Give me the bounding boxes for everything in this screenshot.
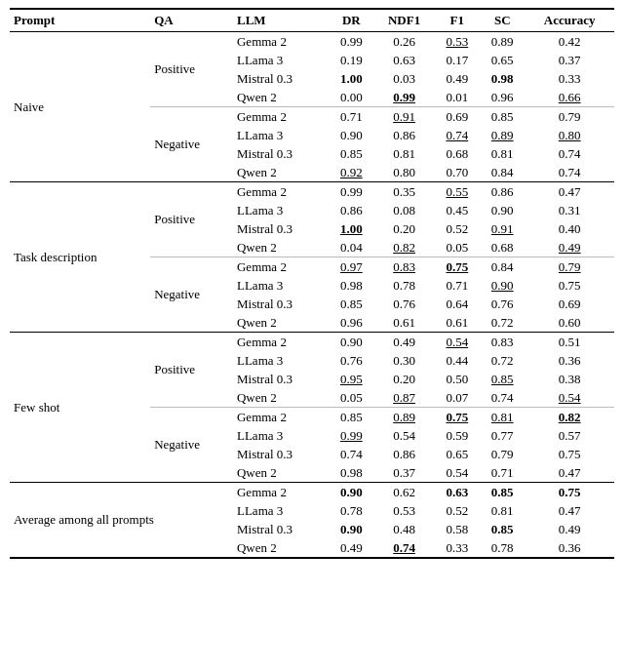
data-cell: 0.54 — [435, 463, 480, 483]
data-cell: 0.71 — [435, 276, 480, 295]
data-cell: 0.54 — [373, 426, 434, 445]
data-cell: 0.78 — [373, 276, 434, 295]
llm-cell: Qwen 2 — [233, 538, 329, 558]
data-cell: 0.81 — [480, 501, 525, 520]
qa-cell: Negative — [150, 107, 233, 182]
data-cell: 0.87 — [373, 388, 434, 408]
llm-cell: LLama 3 — [233, 351, 329, 370]
data-cell: 0.90 — [480, 201, 525, 219]
data-cell: 0.98 — [480, 69, 525, 88]
data-cell: 0.04 — [329, 238, 373, 257]
data-cell: 0.51 — [525, 333, 614, 352]
data-cell: 0.71 — [329, 107, 373, 127]
data-cell: 0.38 — [525, 370, 614, 388]
qa-cell: Positive — [150, 32, 233, 107]
data-cell: 0.89 — [480, 32, 525, 52]
data-cell: 0.96 — [329, 313, 373, 333]
data-cell: 0.74 — [480, 388, 525, 408]
data-cell: 0.86 — [480, 182, 525, 202]
data-cell: 0.59 — [435, 426, 480, 445]
col-dr: DR — [329, 9, 373, 32]
data-cell: 0.74 — [373, 538, 434, 558]
data-cell: 0.20 — [373, 370, 434, 388]
data-cell: 0.69 — [435, 107, 480, 127]
data-cell: 0.49 — [373, 333, 434, 352]
data-cell: 0.90 — [480, 276, 525, 295]
data-cell: 0.68 — [435, 144, 480, 163]
data-cell: 0.79 — [525, 257, 614, 277]
data-cell: 0.91 — [480, 219, 525, 238]
data-cell: 0.89 — [373, 408, 434, 427]
data-cell: 0.91 — [373, 107, 434, 127]
col-f1: F1 — [435, 9, 480, 32]
data-cell: 0.47 — [525, 463, 614, 483]
data-cell: 0.45 — [435, 201, 480, 219]
data-cell: 0.92 — [329, 163, 373, 182]
data-cell: 0.61 — [435, 313, 480, 333]
data-cell: 0.78 — [329, 501, 373, 520]
data-cell: 0.36 — [525, 538, 614, 558]
data-cell: 0.75 — [525, 483, 614, 502]
llm-cell: LLama 3 — [233, 201, 329, 219]
data-cell: 0.54 — [525, 388, 614, 408]
data-cell: 0.99 — [373, 88, 434, 107]
col-accuracy: Accuracy — [525, 9, 614, 32]
llm-cell: Gemma 2 — [233, 333, 329, 352]
llm-cell: Qwen 2 — [233, 313, 329, 333]
table-row: Average among all promptsGemma 20.900.62… — [10, 483, 614, 502]
data-cell: 0.78 — [480, 538, 525, 558]
llm-cell: Gemma 2 — [233, 32, 329, 52]
data-cell: 0.54 — [435, 333, 480, 352]
llm-cell: Gemma 2 — [233, 257, 329, 277]
data-cell: 0.86 — [373, 126, 434, 144]
data-cell: 0.75 — [435, 408, 480, 427]
data-cell: 0.77 — [480, 426, 525, 445]
data-cell: 0.33 — [435, 538, 480, 558]
data-cell: 0.62 — [373, 483, 434, 502]
qa-cell: Positive — [150, 182, 233, 257]
data-cell: 0.86 — [329, 201, 373, 219]
data-cell: 0.49 — [329, 538, 373, 558]
data-cell: 0.96 — [480, 88, 525, 107]
data-cell: 0.65 — [435, 445, 480, 463]
data-cell: 0.83 — [480, 333, 525, 352]
average-cell: Average among all prompts — [10, 483, 233, 559]
data-cell: 0.44 — [435, 351, 480, 370]
data-cell: 0.50 — [435, 370, 480, 388]
data-cell: 0.99 — [329, 182, 373, 202]
data-cell: 0.53 — [373, 501, 434, 520]
llm-cell: Mistral 0.3 — [233, 219, 329, 238]
data-cell: 0.97 — [329, 257, 373, 277]
llm-cell: Mistral 0.3 — [233, 445, 329, 463]
data-cell: 0.55 — [435, 182, 480, 202]
llm-cell: Qwen 2 — [233, 88, 329, 107]
llm-cell: Qwen 2 — [233, 238, 329, 257]
data-cell: 0.76 — [480, 295, 525, 313]
data-cell: 0.65 — [480, 51, 525, 69]
data-cell: 1.00 — [329, 219, 373, 238]
data-cell: 0.72 — [480, 313, 525, 333]
data-cell: 0.33 — [525, 69, 614, 88]
header-row: Prompt QA LLM DR NDF1 F1 SC Accuracy — [10, 9, 614, 32]
table-row: Task descriptionPositiveGemma 20.990.350… — [10, 182, 614, 202]
data-cell: 0.76 — [373, 295, 434, 313]
data-cell: 0.31 — [525, 201, 614, 219]
col-llm: LLM — [233, 9, 329, 32]
data-cell: 0.81 — [373, 144, 434, 163]
data-cell: 0.26 — [373, 32, 434, 52]
data-cell: 0.80 — [373, 163, 434, 182]
llm-cell: Qwen 2 — [233, 388, 329, 408]
data-cell: 0.35 — [373, 182, 434, 202]
data-cell: 0.90 — [329, 483, 373, 502]
qa-cell: Positive — [150, 333, 233, 408]
data-cell: 0.89 — [480, 126, 525, 144]
data-cell: 0.47 — [525, 182, 614, 202]
data-cell: 0.17 — [435, 51, 480, 69]
data-cell: 0.74 — [525, 163, 614, 182]
data-cell: 0.90 — [329, 126, 373, 144]
data-cell: 0.49 — [525, 238, 614, 257]
data-cell: 0.40 — [525, 219, 614, 238]
data-cell: 0.99 — [329, 426, 373, 445]
col-sc: SC — [480, 9, 525, 32]
data-cell: 0.42 — [525, 32, 614, 52]
